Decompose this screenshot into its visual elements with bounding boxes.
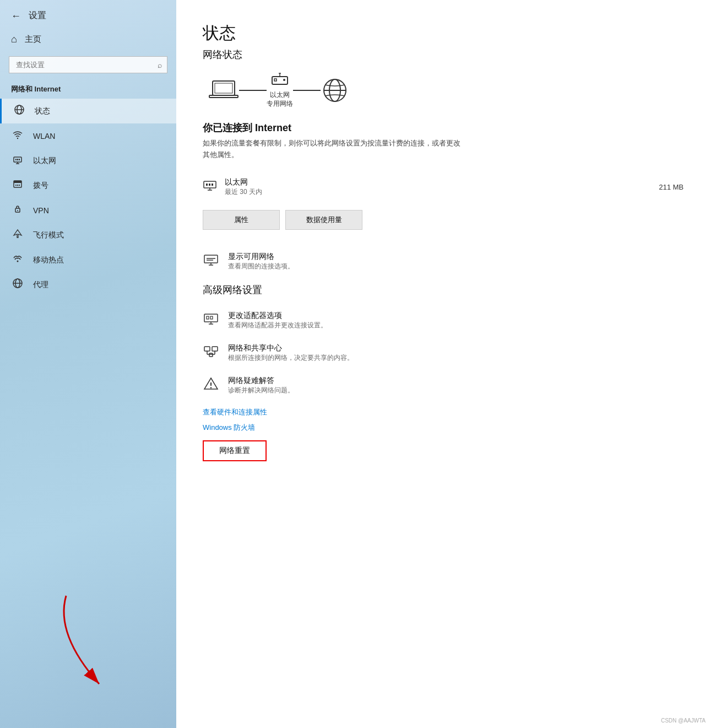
svg-rect-50	[212, 347, 218, 351]
search-input[interactable]	[9, 56, 167, 73]
proxy-icon	[11, 278, 24, 292]
svg-rect-48	[210, 316, 213, 319]
main-content: 状态 网络状态 以太网 专用网络	[176, 0, 710, 728]
dialup-icon	[11, 179, 24, 192]
sidebar-item-dialup[interactable]: 拨号	[0, 173, 176, 198]
sidebar-header: ← 设置	[0, 0, 176, 27]
svg-rect-12	[15, 185, 17, 186]
sidebar-item-ethernet[interactable]: 以太网	[0, 148, 176, 173]
svg-rect-8	[17, 159, 18, 160]
sidebar-item-wlan[interactable]: WLAN	[0, 123, 176, 148]
network-reset-button[interactable]: 网络重置	[203, 440, 267, 461]
diagram-line-1	[239, 90, 267, 91]
advanced-title: 高级网络设置	[203, 283, 684, 296]
network-card-info: 以太网 最近 30 天内	[225, 177, 262, 197]
sidebar-item-status-label: 状态	[35, 106, 50, 116]
settings-title: 设置	[29, 10, 46, 21]
svg-rect-38	[212, 184, 213, 186]
svg-rect-24	[209, 95, 238, 98]
sharing-icon	[203, 344, 219, 362]
show-networks-title: 显示可用网络	[228, 252, 294, 262]
svg-rect-49	[204, 347, 210, 351]
page-title: 状态	[203, 22, 684, 45]
back-button[interactable]: ←	[11, 11, 21, 21]
network-diagram: 以太网 专用网络	[203, 72, 684, 108]
svg-rect-36	[206, 184, 208, 186]
data-usage-button[interactable]: 数据使用量	[285, 210, 362, 230]
sidebar-item-wlan-label: WLAN	[33, 132, 55, 141]
properties-button[interactable]: 属性	[203, 210, 280, 230]
troubleshoot-text: 网络疑难解答 诊断并解决网络问题。	[228, 376, 294, 395]
network-card-left: 以太网 最近 30 天内	[203, 177, 262, 197]
home-icon: ⌂	[11, 34, 17, 45]
home-label: 主页	[25, 34, 41, 45]
network-sub: 最近 30 天内	[225, 187, 262, 197]
sidebar-item-vpn[interactable]: VPN	[0, 198, 176, 223]
connected-title: 你已连接到 Internet	[203, 121, 684, 134]
hardware-link[interactable]: 查看硬件和连接属性	[203, 407, 684, 417]
svg-point-58	[210, 387, 212, 388]
show-networks-item[interactable]: 显示可用网络 查看周围的连接选项。	[203, 245, 684, 278]
diagram-label: 以太网 专用网络	[267, 91, 293, 108]
sharing-text: 网络和共享中心 根据所连接到的网络，决定要共享的内容。	[228, 343, 354, 363]
svg-rect-53	[209, 353, 213, 357]
svg-rect-7	[15, 159, 17, 160]
home-nav-item[interactable]: ⌂ 主页	[0, 27, 176, 52]
sidebar-item-proxy[interactable]: 代理	[0, 272, 176, 297]
adapter-text: 更改适配器选项 查看网络适配器并更改连接设置。	[228, 311, 327, 330]
svg-rect-37	[209, 184, 210, 186]
network-card: 以太网 最近 30 天内 211 MB	[203, 172, 684, 202]
sidebar-item-hotspot[interactable]: 移动热点	[0, 247, 176, 272]
svg-point-3	[17, 138, 18, 139]
diagram-line-2	[293, 90, 321, 91]
svg-point-16	[17, 210, 18, 211]
sharing-sub: 根据所连接到的网络，决定要共享的内容。	[228, 353, 354, 363]
connected-desc: 如果你的流量套餐有限制，则你可以将此网络设置为按流量计费的连接，或者更改其他属性…	[203, 138, 467, 161]
troubleshoot-item[interactable]: 网络疑难解答 诊断并解决网络问题。	[203, 369, 684, 402]
show-networks-icon	[203, 253, 219, 271]
ethernet-icon	[11, 154, 24, 168]
show-networks-sub: 查看周围的连接选项。	[228, 262, 294, 271]
network-status-title: 网络状态	[203, 48, 684, 61]
hotspot-icon	[11, 253, 24, 267]
sidebar-item-airplane[interactable]: 飞行模式	[0, 223, 176, 247]
globe-icon	[321, 76, 349, 105]
annotation-arrow	[33, 590, 154, 700]
sidebar: ← 设置 ⌂ 主页 ⌕ 网络和 Internet 状态 WLAN 以太网 拨号	[0, 0, 176, 728]
adapter-title: 更改适配器选项	[228, 311, 327, 321]
troubleshoot-sub: 诊断并解决网络问题。	[228, 386, 294, 395]
svg-rect-47	[207, 316, 209, 319]
vpn-icon	[11, 203, 24, 217]
section-header: 网络和 Internet	[0, 81, 176, 99]
sharing-item[interactable]: 网络和共享中心 根据所连接到的网络，决定要共享的内容。	[203, 337, 684, 369]
troubleshoot-title: 网络疑难解答	[228, 376, 294, 386]
adapter-item[interactable]: 更改适配器选项 查看网络适配器并更改连接设置。	[203, 304, 684, 337]
svg-rect-26	[274, 79, 277, 81]
wlan-icon	[11, 129, 24, 143]
sidebar-item-status[interactable]: 状态	[0, 99, 176, 123]
svg-rect-39	[204, 255, 218, 263]
svg-rect-13	[17, 185, 18, 186]
svg-rect-23	[215, 83, 232, 93]
sidebar-item-hotspot-label: 移动热点	[33, 255, 64, 265]
sharing-title: 网络和共享中心	[228, 343, 354, 353]
svg-rect-9	[19, 159, 20, 160]
svg-point-17	[17, 261, 19, 262]
reset-container: 网络重置	[203, 438, 684, 461]
laptop-icon	[208, 78, 239, 103]
sidebar-item-vpn-label: VPN	[33, 206, 49, 215]
search-icon: ⌕	[158, 61, 162, 69]
router-icon	[270, 72, 290, 89]
svg-point-29	[283, 79, 285, 81]
show-networks-text: 显示可用网络 查看周围的连接选项。	[228, 252, 294, 271]
troubleshoot-icon	[203, 377, 219, 395]
network-name: 以太网	[225, 177, 262, 187]
airplane-icon	[11, 228, 24, 242]
search-box: ⌕	[9, 56, 167, 73]
button-row: 属性 数据使用量	[203, 210, 684, 230]
sidebar-item-dialup-label: 拨号	[33, 181, 48, 191]
firewall-link[interactable]: Windows 防火墙	[203, 423, 684, 433]
svg-rect-14	[19, 185, 20, 186]
sidebar-item-airplane-label: 飞行模式	[33, 230, 64, 240]
adapter-icon	[203, 312, 219, 330]
